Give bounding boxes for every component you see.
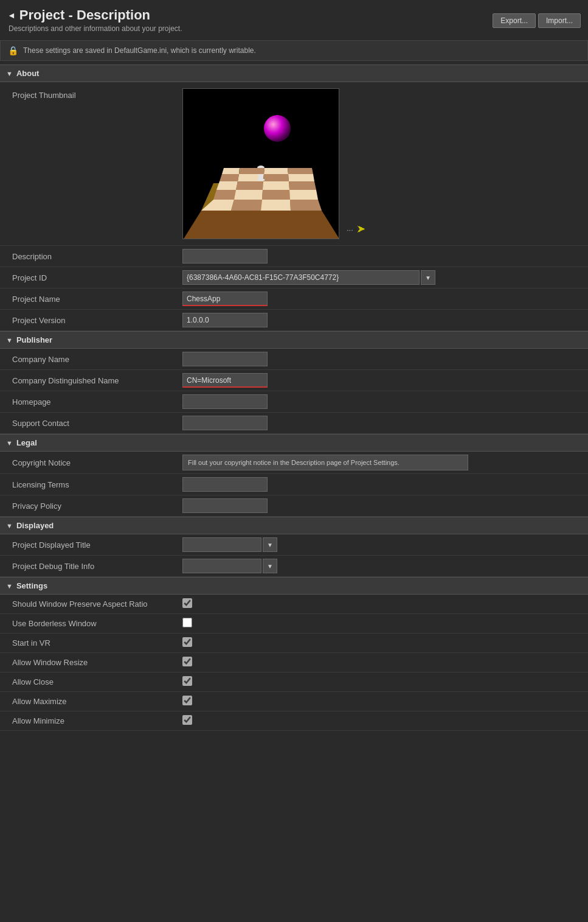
project-name-value (182, 292, 588, 306)
settings-section-header[interactable]: ▼ Settings (0, 577, 588, 595)
thumbnail-label: Project Thumbnail (0, 88, 182, 100)
debug-title-row: Project Debug Title Info ▼ (0, 556, 588, 577)
lock-icon: 🔒 (8, 46, 18, 55)
support-value (182, 416, 588, 430)
project-id-input[interactable] (182, 270, 420, 285)
description-label: Description (0, 252, 182, 261)
allow-minimize-checkbox[interactable] (182, 715, 192, 725)
project-name-input[interactable] (182, 292, 268, 306)
publisher-section-header[interactable]: ▼ Publisher (0, 331, 588, 349)
licensing-value (182, 477, 588, 492)
project-version-row: Project Version (0, 310, 588, 331)
project-id-value: ▼ (182, 270, 588, 285)
allow-maximize-checkbox[interactable] (182, 696, 192, 705)
svg-marker-16 (220, 174, 239, 181)
displayed-title-dropdown[interactable]: ▼ (263, 537, 277, 552)
legal-section: ▼ Legal Copyright Notice Fill out your c… (0, 434, 588, 517)
aspect-ratio-label: Should Window Preserve Aspect Ratio (0, 599, 182, 609)
licensing-input[interactable] (182, 477, 268, 492)
thumbnail-controls: ··· ⮞ (347, 225, 365, 234)
about-section-header[interactable]: ▼ About (0, 65, 588, 82)
about-section: ▼ About Project Thumbnail (0, 65, 588, 331)
thumbnail-image[interactable] (182, 88, 339, 239)
support-input[interactable] (182, 416, 268, 430)
support-label: Support Contact (0, 419, 182, 428)
project-name-label: Project Name (0, 295, 182, 304)
privacy-row: Privacy Policy (0, 495, 588, 517)
svg-marker-24 (239, 168, 265, 174)
start-vr-checkbox[interactable] (182, 637, 192, 647)
allow-resize-value (182, 657, 588, 668)
allow-resize-checkbox[interactable] (182, 657, 192, 666)
start-vr-label: Start in VR (0, 638, 182, 648)
copyright-row: Copyright Notice Fill out your copyright… (0, 452, 588, 474)
company-dn-row: Company Distinguished Name (0, 370, 588, 391)
allow-close-label: Allow Close (0, 677, 182, 686)
allow-close-row: Allow Close (0, 672, 588, 692)
allow-resize-label: Allow Window Resize (0, 658, 182, 667)
svg-marker-7 (290, 200, 322, 211)
export-button[interactable]: Export... (493, 13, 536, 28)
svg-marker-9 (234, 190, 263, 200)
displayed-title-value: ▼ (182, 537, 588, 552)
import-button[interactable]: Import... (538, 13, 581, 28)
thumbnail-row: Project Thumbnail (0, 82, 588, 246)
aspect-ratio-checkbox[interactable] (182, 598, 192, 608)
licensing-row: Licensing Terms (0, 474, 588, 495)
copyright-notice-display: Fill out your copyright notice in the De… (182, 455, 468, 470)
svg-rect-22 (257, 179, 265, 181)
settings-notice: 🔒 These settings are saved in DefaultGam… (0, 40, 588, 61)
homepage-value (182, 394, 588, 409)
privacy-value (182, 498, 588, 513)
allow-maximize-row: Allow Maximize (0, 692, 588, 711)
svg-marker-13 (236, 181, 263, 190)
displayed-section: ▼ Displayed Project Displayed Title ▼ Pr… (0, 517, 588, 577)
description-value (182, 249, 588, 264)
borderless-checkbox[interactable] (182, 618, 192, 627)
svg-marker-11 (289, 190, 318, 200)
copyright-value: Fill out your copyright notice in the De… (182, 455, 588, 470)
project-version-input[interactable] (182, 313, 268, 327)
debug-title-label: Project Debug Title Info (0, 562, 182, 571)
description-input[interactable] (182, 249, 268, 264)
debug-title-group: ▼ (182, 559, 582, 573)
allow-maximize-label: Allow Maximize (0, 697, 182, 706)
project-id-label: Project ID (0, 273, 182, 282)
aspect-ratio-value (182, 598, 588, 610)
thumbnail-area: ··· ⮞ (182, 88, 339, 239)
svg-marker-8 (213, 190, 236, 200)
licensing-label: Licensing Terms (0, 480, 182, 489)
project-id-dropdown-button[interactable]: ▼ (421, 270, 435, 285)
homepage-row: Homepage (0, 391, 588, 413)
allow-close-checkbox[interactable] (182, 676, 192, 686)
thumbnail-expand-icon[interactable]: ⮞ (357, 225, 365, 234)
debug-title-input[interactable] (182, 559, 261, 573)
about-collapse-icon: ▼ (6, 70, 13, 77)
publisher-collapse-icon: ▼ (6, 337, 13, 344)
allow-minimize-value (182, 715, 588, 727)
svg-marker-26 (288, 168, 313, 174)
thumbnail-menu-icon[interactable]: ··· (347, 225, 353, 234)
debug-title-value: ▼ (182, 559, 588, 573)
svg-marker-15 (289, 181, 316, 190)
start-vr-row: Start in VR (0, 634, 588, 653)
support-row: Support Contact (0, 413, 588, 434)
company-dn-input[interactable] (182, 373, 268, 388)
allow-minimize-label: Allow Minimize (0, 716, 182, 725)
start-vr-value (182, 637, 588, 649)
company-name-input[interactable] (182, 352, 268, 366)
displayed-section-header[interactable]: ▼ Displayed (0, 517, 588, 534)
svg-marker-12 (216, 181, 238, 190)
privacy-input[interactable] (182, 498, 268, 513)
project-id-input-group: ▼ (182, 270, 582, 285)
settings-collapse-icon: ▼ (6, 582, 13, 590)
copyright-label: Copyright Notice (0, 458, 182, 467)
displayed-collapse-icon: ▼ (6, 522, 13, 529)
project-version-value (182, 313, 588, 327)
legal-collapse-icon: ▼ (6, 439, 13, 447)
svg-marker-14 (263, 181, 289, 190)
homepage-input[interactable] (182, 394, 268, 409)
debug-title-dropdown[interactable]: ▼ (263, 559, 277, 573)
legal-section-header[interactable]: ▼ Legal (0, 434, 588, 452)
displayed-title-input[interactable] (182, 537, 261, 552)
